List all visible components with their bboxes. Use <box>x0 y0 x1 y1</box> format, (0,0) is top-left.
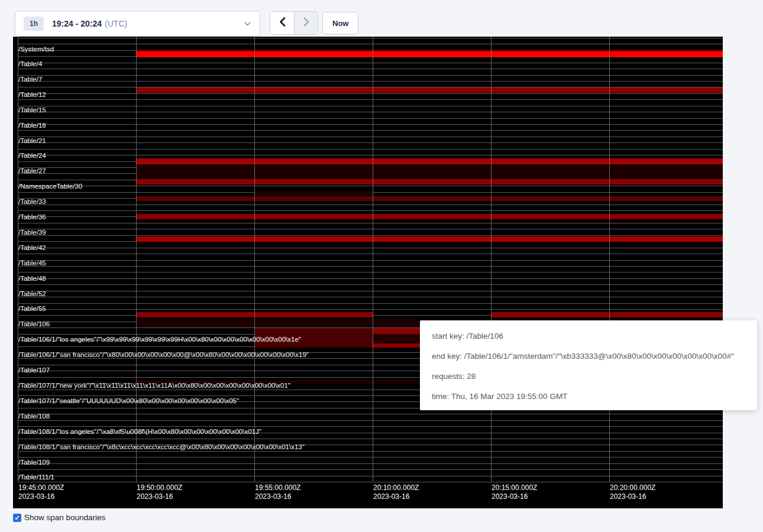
span-boundary-line <box>18 272 723 273</box>
check-icon: ✓ <box>14 514 20 522</box>
time-range-duration-badge: 1h <box>24 17 44 31</box>
span-boundary-line <box>18 223 723 223</box>
span-key-label: /Table/45 <box>18 259 46 267</box>
now-button[interactable]: Now <box>322 12 358 34</box>
span-boundary-line <box>18 137 723 137</box>
time-gridline <box>136 37 137 482</box>
span-key-label: /Table/107/1/"seattle"/"UUUUUUD\x00\x80\… <box>18 397 239 405</box>
heatmap-band[interactable] <box>136 214 723 219</box>
span-boundary-line <box>18 266 723 267</box>
span-key-label: /Table/108 <box>18 412 50 420</box>
chevron-right-icon <box>302 17 310 30</box>
span-boundary-line <box>18 142 723 143</box>
time-axis-tick: 19:45:00.000Z2023-03-16 <box>18 484 64 501</box>
show-span-boundaries-toggle: ✓ Show span boundaries <box>13 513 105 522</box>
tooltip-requests: requests: 28 <box>432 366 745 387</box>
time-axis-tick: 20:15:00.000Z2023-03-16 <box>492 484 537 501</box>
span-key-label: /Table/107 <box>18 366 50 374</box>
span-key-label: /Table/106 <box>18 320 50 328</box>
span-boundary-line <box>18 254 723 254</box>
heatmap-band[interactable] <box>136 196 723 201</box>
span-boundary-line <box>18 248 723 248</box>
span-key-label: /Table/111/1 <box>18 473 54 481</box>
span-boundary-line <box>18 451 723 452</box>
span-key-label: /Table/24 <box>18 151 46 160</box>
span-boundary-line <box>18 414 723 414</box>
span-key-label: /Table/7 <box>18 75 42 83</box>
time-gridline <box>491 37 492 482</box>
heatmap-band[interactable] <box>254 191 373 196</box>
heatmap-band[interactable] <box>136 236 723 242</box>
time-range-timezone: (UTC) <box>105 19 127 28</box>
time-axis-tick: 19:50:00.000Z2023-03-16 <box>137 484 182 501</box>
span-key-label: /Table/27 <box>18 167 46 175</box>
heatmap-band[interactable] <box>136 51 723 57</box>
time-gridline <box>373 37 373 482</box>
heatmap-band[interactable] <box>373 343 420 348</box>
span-boundary-line <box>18 38 723 38</box>
heatmap-band[interactable] <box>136 319 420 327</box>
heatmap-band[interactable] <box>136 165 723 179</box>
span-key-label: /Table/55 <box>18 304 46 313</box>
heatmap-band[interactable] <box>136 87 723 93</box>
span-key-label: /Table/108/1/"los angeles"/"\xa8\xf5\u00… <box>18 427 261 436</box>
show-span-boundaries-checkbox[interactable]: ✓ <box>13 514 21 522</box>
span-boundary-line <box>18 309 723 310</box>
heatmap-tooltip: start key: /Table/106 end key: /Table/10… <box>420 320 757 410</box>
chevron-down-icon <box>244 21 251 27</box>
time-range-selector[interactable]: 1h 19:24 - 20:24 (UTC) <box>15 11 260 37</box>
chevron-left-icon <box>279 17 286 30</box>
time-axis-tick: 20:10:00.000Z2023-03-16 <box>373 484 419 501</box>
heatmap-band[interactable] <box>373 334 420 343</box>
span-boundary-line <box>18 426 723 427</box>
prev-time-button[interactable] <box>270 12 294 34</box>
span-boundary-line <box>18 278 723 279</box>
span-boundary-line <box>18 291 723 291</box>
span-boundary-line <box>18 235 723 236</box>
span-boundary-line <box>18 112 723 112</box>
span-boundary-line <box>18 260 723 261</box>
span-key-label: /Table/109 <box>18 458 50 466</box>
span-boundary-line <box>18 284 723 285</box>
span-boundary-line <box>18 63 723 63</box>
span-boundary-line <box>18 469 723 470</box>
time-nav-group <box>270 11 318 35</box>
span-boundary-line <box>18 149 723 150</box>
heatmap-band[interactable] <box>136 179 723 184</box>
time-axis-tick: 20:20:00.000Z2023-03-16 <box>610 484 655 501</box>
span-boundary-line <box>18 303 723 304</box>
time-range-text: 19:24 - 20:24 <box>52 19 102 28</box>
next-time-button[interactable] <box>294 12 318 34</box>
heatmap-band[interactable] <box>373 328 420 334</box>
show-span-boundaries-label: Show span boundaries <box>24 513 105 522</box>
span-boundary-line <box>18 75 723 76</box>
tooltip-time: time: Thu, 16 Mar 2023 19:55:00 GMT <box>432 387 745 407</box>
key-visualizer-heatmap[interactable]: /System/tsd/Table/4/Table/7/Table/12/Tab… <box>13 37 723 508</box>
heatmap-band[interactable] <box>136 158 723 164</box>
span-key-label: /Table/4 <box>18 60 42 68</box>
tooltip-start-key: start key: /Table/106 <box>432 326 745 346</box>
span-boundary-line <box>18 297 723 297</box>
span-key-label: /Table/48 <box>18 274 46 283</box>
span-boundary-line <box>18 81 723 82</box>
heatmap-band[interactable] <box>491 312 723 317</box>
span-key-label: /Table/12 <box>18 90 46 99</box>
span-key-label: /Table/15 <box>18 106 46 114</box>
time-axis-tick: 19:55:00.000Z2023-03-16 <box>255 484 300 501</box>
time-gridline <box>254 37 255 482</box>
span-boundary-line <box>18 476 723 476</box>
span-boundary-line <box>18 155 723 155</box>
span-key-label: /Table/33 <box>18 197 46 206</box>
span-key-label: /NamespaceTable/30 <box>18 182 82 190</box>
span-boundary-line <box>18 130 723 131</box>
span-boundary-line <box>18 210 723 211</box>
span-key-label: /Table/106/1/"san francisco"/"\x80\x00\x… <box>18 351 309 359</box>
span-boundary-line <box>18 99 723 100</box>
tooltip-end-key: end key: /Table/106/1/"amsterdam"/"\xb33… <box>432 346 745 366</box>
time-gridline <box>609 37 610 482</box>
span-boundary-line <box>18 457 723 458</box>
span-boundary-line <box>18 420 723 421</box>
span-key-label: /Table/106/1/"los angeles"/"\x99\x99\x99… <box>18 335 301 343</box>
span-key-label: /Table/108/1/"san francisco"/"\x8c\xcc\x… <box>18 443 305 451</box>
span-boundary-line <box>18 44 723 44</box>
